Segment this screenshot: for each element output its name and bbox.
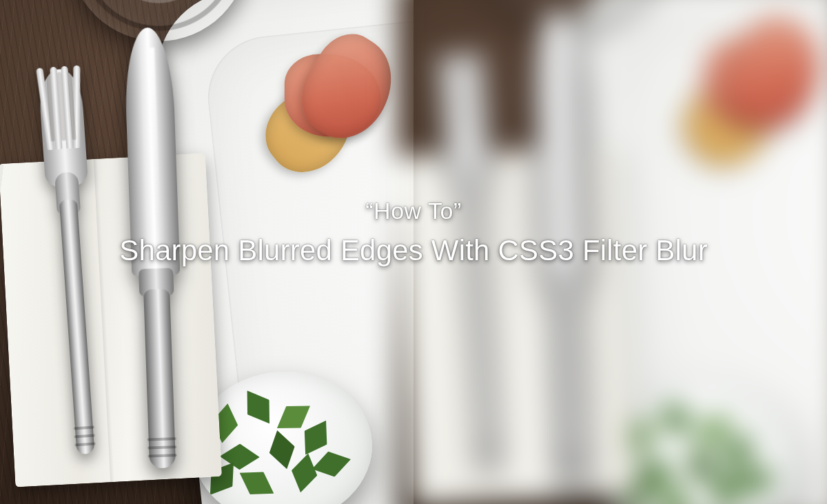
prosciutto — [264, 25, 411, 189]
blurred-half — [397, 0, 827, 504]
hero-image: “How To” Sharpen Blurred Edges With CSS3… — [0, 0, 827, 504]
sharp-half — [0, 0, 414, 504]
